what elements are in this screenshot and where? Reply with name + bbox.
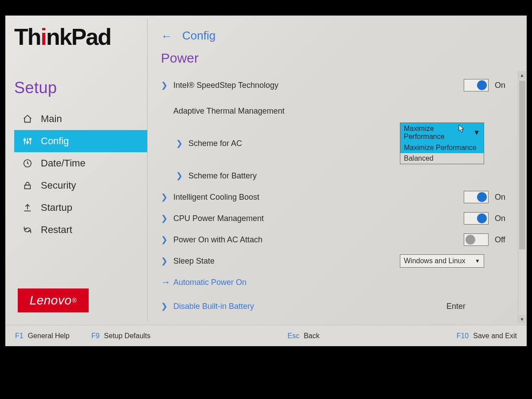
sidebar-nav: Main Config Date/Time (14, 108, 147, 241)
sidebar-item-label: Startup (41, 202, 72, 213)
fkey-label: F9 (91, 332, 100, 340)
footer-label: General Help (28, 332, 70, 340)
page-title: Power (161, 51, 513, 66)
chevron-down-icon: ▼ (473, 129, 480, 137)
row-label: Scheme for AC (188, 139, 242, 148)
sidebar-item-label: Restart (41, 224, 72, 236)
footer-label: Setup Defaults (104, 332, 151, 340)
dropdown-option-balanced[interactable]: Balanced (400, 153, 484, 164)
chevron-right-icon: ❯ (161, 235, 173, 245)
row-label: Adaptive Thermal Management (173, 107, 285, 116)
content-area: ← Config Power ❯ Intel® SpeedStep Techno… (148, 16, 527, 325)
row-cpu-power-mgmt[interactable]: ❯ CPU Power Management On (161, 208, 513, 229)
row-label: Sleep State (173, 257, 215, 266)
sidebar-item-main[interactable]: Main (14, 108, 147, 130)
toggle-state-label: On (495, 81, 510, 90)
sidebar-item-label: Security (41, 180, 76, 191)
row-label: Intel® SpeedStep Technology (173, 81, 278, 90)
row-thermal-heading: ❯ Adaptive Thermal Management (161, 100, 513, 122)
chevron-right-icon: ❯ (161, 301, 173, 311)
chevron-right-icon: ❯ (161, 80, 173, 90)
toggle-power-on-ac-attach[interactable]: Off (464, 233, 510, 246)
row-label: Scheme for Battery (188, 171, 257, 181)
thinkpad-logo: ThinkPad (14, 25, 147, 53)
row-label: Disable Built-in Battery (173, 302, 254, 311)
row-sleep-state[interactable]: ❯ Sleep State Windows and Linux ▼ (161, 250, 513, 272)
home-icon (21, 114, 34, 124)
toggle-cpu-power-mgmt[interactable]: On (464, 212, 510, 225)
enter-action-label: Enter (446, 302, 466, 311)
breadcrumb-back[interactable]: ← Config (161, 29, 513, 43)
svg-rect-4 (25, 185, 31, 189)
back-arrow-icon: ← (161, 30, 172, 42)
chevron-right-icon: ❯ (176, 171, 188, 181)
footer-bar: F1 General Help F9 Setup Defaults Esc Ba… (5, 325, 527, 346)
breadcrumb-label: Config (182, 29, 215, 43)
sidebar-item-security[interactable]: Security (14, 174, 147, 197)
sidebar-item-restart[interactable]: Restart (14, 219, 147, 241)
select-sleep-state[interactable]: Windows and Linux ▼ (400, 254, 484, 268)
lenovo-logo: Lenovo® (18, 288, 89, 312)
select-value: Windows and Linux (404, 257, 466, 265)
svg-point-0 (24, 139, 26, 141)
chevron-right-icon: ❯ (161, 213, 173, 223)
row-cooling-boost[interactable]: ❯ Intelligent Cooling Boost On (161, 186, 513, 208)
footer-label: Back (304, 332, 320, 340)
scroll-down-button[interactable]: ▼ (518, 315, 526, 323)
footer-back[interactable]: Esc Back (287, 332, 319, 340)
setup-title: Setup (14, 79, 147, 97)
dropdown-option-max-perf[interactable]: Maximize Performance (400, 142, 484, 153)
chevron-right-icon: ❯ (176, 138, 188, 148)
clock-icon (21, 158, 34, 168)
sidebar-item-label: Main (41, 113, 62, 125)
toggle-speedstep[interactable]: On (464, 79, 510, 91)
toggle-state-label: Off (495, 235, 510, 245)
vertical-scrollbar[interactable]: ▲ ▼ (518, 71, 526, 323)
row-scheme-ac[interactable]: ❯ Scheme for AC Maximize Performance ▼ M… (161, 122, 513, 165)
sliders-icon (21, 136, 34, 146)
sidebar: ThinkPad Setup Main Config (5, 16, 147, 325)
footer-label: Save and Exit (473, 332, 517, 340)
row-label: Power On with AC Attach (173, 235, 262, 245)
restart-icon (21, 225, 34, 235)
arrow-right-icon: → (161, 277, 173, 288)
row-disable-builtin-battery[interactable]: ❯ Disable Built-in Battery Enter (161, 296, 513, 317)
footer-setup-defaults[interactable]: F9 Setup Defaults (91, 332, 151, 340)
row-automatic-power-on[interactable]: → Automatic Power On (161, 272, 513, 293)
footer-save-and-exit[interactable]: F10 Save and Exit (457, 332, 517, 340)
row-power-on-ac-attach[interactable]: ❯ Power On with AC Attach Off (161, 229, 513, 250)
lock-icon (21, 181, 34, 190)
sidebar-item-label: Config (41, 135, 69, 147)
row-speedstep[interactable]: ❯ Intel® SpeedStep Technology On (161, 75, 513, 96)
row-scheme-battery[interactable]: ❯ Scheme for Battery (161, 165, 513, 186)
svg-point-2 (30, 138, 31, 140)
fkey-label: F1 (15, 332, 23, 340)
fkey-label: F10 (457, 332, 469, 340)
chevron-right-icon: ❯ (161, 256, 173, 266)
toggle-cooling-boost[interactable]: On (464, 191, 510, 203)
dropdown-selected[interactable]: Maximize Performance ▼ (400, 123, 484, 142)
sidebar-item-datetime[interactable]: Date/Time (14, 152, 147, 174)
row-label: Automatic Power On (173, 278, 246, 287)
svg-point-1 (27, 142, 28, 143)
footer-general-help[interactable]: F1 General Help (15, 332, 70, 340)
toggle-state-label: On (495, 193, 510, 202)
fkey-label: Esc (287, 332, 299, 340)
sidebar-item-label: Date/Time (41, 158, 86, 169)
upload-icon (21, 203, 34, 213)
dropdown-scheme-ac[interactable]: Maximize Performance ▼ Maximize Performa… (400, 122, 484, 164)
chevron-down-icon: ▼ (475, 258, 480, 264)
scroll-thumb[interactable] (519, 81, 525, 249)
sidebar-item-startup[interactable]: Startup (14, 197, 147, 219)
toggle-state-label: On (495, 214, 510, 223)
chevron-right-icon: ❯ (161, 192, 173, 202)
scroll-up-button[interactable]: ▲ (518, 71, 526, 79)
row-label: Intelligent Cooling Boost (173, 193, 259, 202)
sidebar-item-config[interactable]: Config (14, 130, 147, 152)
row-label: CPU Power Management (173, 214, 264, 223)
